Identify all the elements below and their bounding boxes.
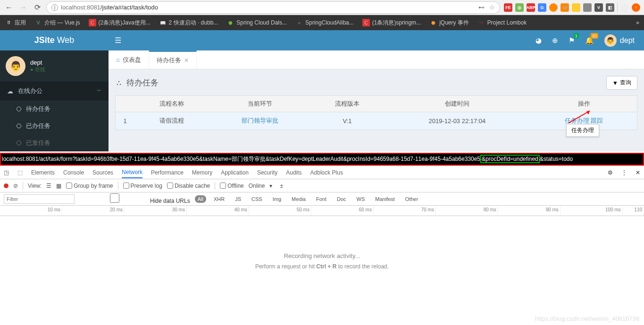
dt-tab-console[interactable]: Console — [63, 169, 84, 176]
ext-icon[interactable]: G — [538, 3, 546, 12]
reload-button[interactable]: ⟳ — [32, 2, 42, 13]
devtools-settings-icon[interactable]: ⚙ — [608, 169, 613, 176]
preserve-checkbox[interactable]: Preserve log — [123, 183, 162, 189]
user-menu[interactable]: 👨 dept — [604, 34, 635, 47]
circle-icon — [17, 124, 21, 128]
dt-tab-performance[interactable]: Performance — [151, 169, 184, 176]
dt-tab-elements[interactable]: Elements — [31, 169, 55, 176]
bookmark-item[interactable]: ○SpringCloudAliba... — [295, 19, 354, 26]
dt-tab-network[interactable]: Network — [122, 169, 142, 178]
devtools-menu-icon[interactable]: ⋮ — [621, 169, 627, 176]
filter-other[interactable]: Other — [402, 195, 421, 203]
site-info-icon[interactable]: i — [51, 4, 58, 11]
filter-font[interactable]: Font — [313, 195, 329, 203]
ext-icon[interactable]: 🐵 — [560, 3, 569, 12]
bookmark-star-icon[interactable]: ☆ — [489, 4, 495, 11]
device-icon[interactable]: ⬚ — [17, 169, 23, 176]
bookmark-item[interactable]: 📖2 快速启动 · dubb... — [159, 19, 218, 27]
dt-tab-adblock[interactable]: Adblock Plus — [310, 169, 343, 176]
group-checkbox[interactable]: Group by frame — [66, 183, 113, 189]
step-link[interactable]: 部门领导审批 — [242, 117, 278, 124]
dashboard-icon[interactable]: ◕ — [535, 36, 542, 45]
cell-idx: 1 — [116, 112, 134, 130]
ext-icon[interactable]: V — [594, 3, 603, 12]
sidebar-item-done[interactable]: 已办任务 — [0, 117, 109, 134]
key-icon[interactable]: ⊷ — [478, 4, 485, 11]
record-button[interactable] — [4, 183, 8, 188]
filter-input[interactable] — [4, 194, 75, 204]
handle-link[interactable]: 任务办理 — [565, 117, 589, 124]
bookmark-item[interactable]: C(2条消息)Java使用... — [89, 19, 151, 27]
profile-icon[interactable] — [620, 3, 629, 12]
avatar-icon: 👨 — [604, 34, 617, 47]
app-header: JSite Web ☰ ◕ ⊕ ⚑1 🔔10 👨 dept — [0, 30, 644, 50]
filter-media[interactable]: Media — [289, 195, 309, 203]
bookmarks-overflow[interactable]: » — [636, 19, 639, 26]
address-bar[interactable]: i localhost:8081/jsite/a#/act/task/todo … — [46, 1, 500, 14]
close-icon[interactable]: ✕ — [184, 57, 189, 64]
filter-manifest[interactable]: Manifest — [372, 195, 398, 203]
clear-button[interactable]: ⊘ — [13, 183, 18, 189]
chevron-down-icon: ▾ — [269, 183, 272, 189]
ext-icon[interactable]: ◎ — [515, 3, 524, 12]
flag-icon[interactable]: ⚑1 — [569, 36, 575, 45]
col-idx — [116, 96, 134, 112]
offline-checkbox[interactable]: Offline — [220, 183, 243, 189]
filter-ws[interactable]: WS — [354, 195, 368, 203]
devtools-close-icon[interactable]: ✕ — [636, 169, 640, 176]
ext-icon[interactable]: ABP — [527, 3, 535, 12]
filter-css[interactable]: CSS — [249, 195, 265, 203]
filter-doc[interactable]: Doc — [334, 195, 349, 203]
inspect-icon[interactable]: ◳ — [4, 169, 9, 176]
dt-tab-audits[interactable]: Audits — [286, 169, 301, 176]
ext-icon[interactable]: FE — [504, 3, 512, 12]
highlight-green: &procDefId=undefined — [480, 155, 540, 163]
devtools-filters: Hide data URLs All XHR JS CSS Img Media … — [0, 192, 644, 206]
ext-icon[interactable]: ◧ — [606, 3, 614, 12]
sidebar-item-sent[interactable]: 已发任务 — [0, 134, 109, 151]
app-logo[interactable]: JSite Web — [0, 35, 109, 45]
dt-tab-memory[interactable]: Memory — [192, 169, 212, 176]
ext-icon[interactable]: ↑ — [632, 3, 640, 12]
sidebar-toggle[interactable]: ☰ — [109, 36, 127, 45]
sidebar-menu-online[interactable]: ☁ 在线办公 ﹀ — [0, 82, 109, 100]
upload-har-icon[interactable]: ± — [280, 183, 283, 189]
filter-xhr[interactable]: XHR — [211, 195, 227, 203]
dt-tab-application[interactable]: Application — [221, 169, 249, 176]
hide-dataurls-checkbox[interactable]: Hide data URLs — [79, 193, 190, 204]
ext-icon[interactable] — [572, 3, 580, 12]
view-list-icon[interactable]: ☰ — [46, 183, 51, 189]
disable-cache-checkbox[interactable]: Disable cache — [167, 183, 210, 189]
apps-shortcut[interactable]: ⠿应用 — [5, 19, 26, 27]
circle-icon — [17, 107, 21, 111]
devtools-timeline[interactable]: 10 ms20 ms30 ms 40 ms50 ms60 ms 70 ms80 … — [0, 206, 644, 216]
filter-js[interactable]: JS — [232, 195, 244, 203]
circle-icon — [17, 141, 21, 145]
bell-icon[interactable]: 🔔10 — [585, 36, 594, 45]
page-tabs: ⌂仪表盘 待办任务✕ — [109, 50, 644, 69]
bookmark-item[interactable]: ⬣jQuery 事件 — [429, 19, 469, 27]
tab-dashboard[interactable]: ⌂仪表盘 — [109, 50, 149, 69]
bookmark-item[interactable]: V介绍 — Vue.js — [34, 19, 80, 27]
recording-hint: Perform a request or hit Ctrl + R to rec… — [255, 263, 389, 270]
bookmark-item[interactable]: C(1条消息)springm... — [362, 19, 421, 27]
back-button[interactable]: ← — [4, 2, 14, 13]
forward-button[interactable]: → — [18, 2, 28, 13]
view-grid-icon[interactable]: ▦ — [56, 183, 61, 189]
throttle-select[interactable]: Online — [249, 183, 265, 189]
dt-tab-security[interactable]: Security — [257, 169, 277, 176]
bookmark-item[interactable]: ⬢Spring Cloud Dals... — [226, 19, 287, 26]
filter-all[interactable]: All — [195, 195, 206, 203]
cell-ver: V:1 — [311, 112, 383, 130]
ext-icon[interactable] — [549, 3, 558, 12]
bookmark-item[interactable]: 〰Project Lombok — [477, 19, 527, 26]
sidebar-user-name: dept — [30, 59, 45, 66]
ext-icon[interactable] — [583, 3, 592, 12]
filter-img[interactable]: Img — [270, 195, 284, 203]
dt-tab-sources[interactable]: Sources — [92, 169, 113, 176]
tab-todo[interactable]: 待办任务✕ — [149, 50, 197, 69]
query-button[interactable]: ▼查询 — [606, 76, 637, 90]
trace-link[interactable]: 跟踪 — [591, 117, 603, 124]
globe-icon[interactable]: ⊕ — [552, 36, 558, 45]
sidebar-item-todo[interactable]: 待办任务 — [0, 100, 109, 117]
